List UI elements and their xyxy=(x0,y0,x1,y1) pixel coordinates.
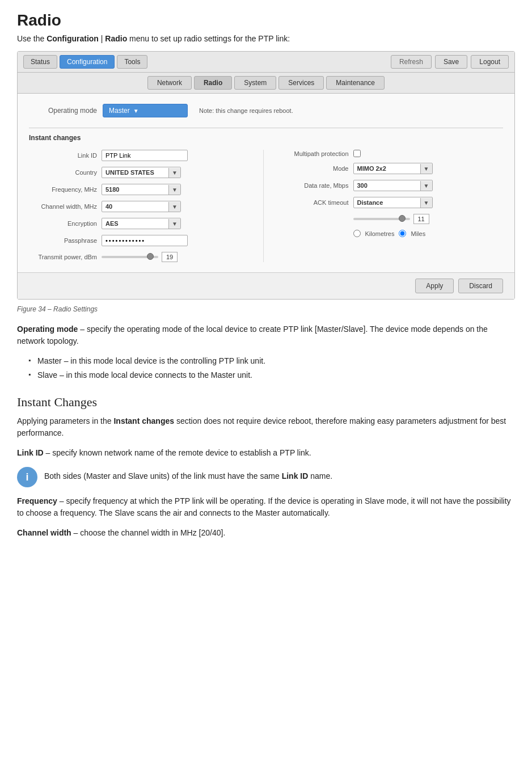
logout-button[interactable]: Logout xyxy=(471,55,509,69)
ack-timeout-value: Distance xyxy=(354,197,420,208)
ack-timeout-label: ACK timeout xyxy=(281,199,349,206)
tab-configuration[interactable]: Configuration xyxy=(60,55,115,69)
encryption-value: AES xyxy=(102,218,168,229)
link-id-description: Link ID – specify known network name of … xyxy=(17,447,515,459)
frequency-label: Frequency, MHz xyxy=(29,186,97,193)
encryption-row: Encryption AES ▼ xyxy=(29,218,252,229)
nav-bar: Network Radio System Services Maintenanc… xyxy=(18,73,514,94)
channel-width-row: Channel width, MHz 40 ▼ xyxy=(29,201,252,212)
country-select[interactable]: UNITED STATES ▼ xyxy=(102,167,181,178)
info-text-post: name. xyxy=(308,471,332,481)
data-rate-label: Data rate, Mbps xyxy=(281,182,349,189)
mode-label: Mode xyxy=(281,165,349,172)
ui-panel: Status Configuration Tools Refresh Save … xyxy=(17,51,515,300)
passphrase-row: Passphrase xyxy=(29,235,252,246)
mode-select[interactable]: MIMO 2x2 ▼ xyxy=(353,163,433,174)
discard-button[interactable]: Discard xyxy=(458,279,503,293)
distance-thumb-icon xyxy=(399,215,406,222)
country-value: UNITED STATES xyxy=(102,167,168,178)
mode-row: Mode MIMO 2x2 ▼ xyxy=(281,163,504,174)
info-text-pre: Both sides (Master and Slave units) of t… xyxy=(44,471,282,481)
link-id-label: Link ID xyxy=(29,152,97,159)
instant-changes-label: Instant changes xyxy=(29,128,503,142)
instant-changes-desc-bold: Instant changes xyxy=(113,416,174,425)
country-row: Country UNITED STATES ▼ xyxy=(29,167,252,178)
ack-timeout-select[interactable]: Distance ▼ xyxy=(353,197,433,208)
opmode-row: Operating mode Master ▼ Note: this chang… xyxy=(29,104,503,117)
nav-services[interactable]: Services xyxy=(278,76,324,90)
ack-timeout-arrow-icon: ▼ xyxy=(420,198,432,208)
channel-width-select[interactable]: 40 ▼ xyxy=(102,201,181,212)
action-bar: Apply Discard xyxy=(18,272,514,299)
top-bar: Status Configuration Tools Refresh Save … xyxy=(18,52,514,73)
apply-button[interactable]: Apply xyxy=(415,279,454,293)
link-id-desc-text: – specify known network name of the remo… xyxy=(44,448,311,457)
mode-arrow-icon: ▼ xyxy=(420,164,432,174)
passphrase-input[interactable] xyxy=(102,235,188,246)
channel-width-arrow-icon: ▼ xyxy=(168,202,180,212)
page-title: Radio xyxy=(17,11,515,30)
opmode-note: Note: this change requires reboot. xyxy=(199,107,293,114)
slider-thumb-icon xyxy=(147,253,154,260)
encryption-select[interactable]: AES ▼ xyxy=(102,218,181,229)
unit-miles-radio[interactable] xyxy=(399,230,406,237)
frequency-value: 5180 xyxy=(102,184,168,195)
units-row: Kilometres Miles xyxy=(281,230,504,237)
opmode-desc-text: – specify the operating mode of the loca… xyxy=(17,324,488,345)
transmit-power-slider[interactable] xyxy=(102,256,158,258)
opmode-value: Master xyxy=(109,107,130,115)
unit-miles-label: Miles xyxy=(411,230,425,237)
multipath-label: Multipath protection xyxy=(281,150,349,157)
instant-changes-desc-pre: Applying parameters in the xyxy=(17,416,113,425)
content-area: Operating mode Master ▼ Note: this chang… xyxy=(18,94,514,272)
form-columns: Link ID Country UNITED STATES ▼ Frequenc… xyxy=(29,150,503,262)
refresh-button[interactable]: Refresh xyxy=(391,55,432,69)
encryption-arrow-icon: ▼ xyxy=(168,219,180,229)
save-button[interactable]: Save xyxy=(435,55,467,69)
data-rate-value: 300 xyxy=(354,180,420,191)
instant-changes-description: Applying parameters in the Instant chang… xyxy=(17,415,515,439)
link-id-desc-title: Link ID xyxy=(17,448,44,457)
frequency-desc-title: Frequency xyxy=(17,496,57,505)
opmode-arrow-icon: ▼ xyxy=(133,108,139,114)
data-rate-arrow-icon: ▼ xyxy=(420,181,432,191)
frequency-select[interactable]: 5180 ▼ xyxy=(102,184,181,195)
transmit-power-row: Transmit power, dBm 19 xyxy=(29,252,252,262)
multipath-row: Multipath protection xyxy=(281,150,504,157)
bullet-slave: Slave – in this mode local device connec… xyxy=(28,369,515,381)
distance-slider-wrap: 11 xyxy=(353,214,429,224)
nav-system[interactable]: System xyxy=(234,76,276,90)
bullet-master: Master – in this mode local device is th… xyxy=(28,355,515,367)
channel-width-value: 40 xyxy=(102,201,168,212)
nav-radio[interactable]: Radio xyxy=(194,76,232,90)
data-rate-row: Data rate, Mbps 300 ▼ xyxy=(281,180,504,191)
top-bar-actions: Refresh Save Logout xyxy=(391,55,509,69)
channel-width-label: Channel width, MHz xyxy=(29,203,97,210)
figure-caption: Figure 34 – Radio Settings xyxy=(17,305,515,313)
ack-timeout-row: ACK timeout Distance ▼ xyxy=(281,197,504,208)
mode-value: MIMO 2x2 xyxy=(354,163,420,174)
channel-width-desc-title: Channel width xyxy=(17,528,71,537)
nav-network[interactable]: Network xyxy=(147,76,192,90)
passphrase-label: Passphrase xyxy=(29,237,97,244)
form-col-left: Link ID Country UNITED STATES ▼ Frequenc… xyxy=(29,150,264,262)
transmit-power-slider-wrap: 19 xyxy=(102,252,178,262)
unit-km-radio[interactable] xyxy=(353,230,361,237)
nav-maintenance[interactable]: Maintenance xyxy=(326,76,385,90)
info-icon: i xyxy=(17,467,37,487)
tab-status[interactable]: Status xyxy=(23,55,57,69)
country-arrow-icon: ▼ xyxy=(168,168,180,178)
opmode-select[interactable]: Master ▼ xyxy=(103,104,188,117)
distance-value: 11 xyxy=(413,214,429,224)
opmode-description: Operating mode – specify the operating m… xyxy=(17,323,515,347)
link-id-row: Link ID xyxy=(29,150,252,161)
frequency-description: Frequency – specify frequency at which t… xyxy=(17,495,515,519)
info-box: i Both sides (Master and Slave units) of… xyxy=(17,467,515,487)
data-rate-select[interactable]: 300 ▼ xyxy=(353,180,433,191)
link-id-input[interactable] xyxy=(102,150,188,161)
distance-slider[interactable] xyxy=(353,218,410,220)
channel-width-description: Channel width – choose the channel width… xyxy=(17,527,515,539)
multipath-checkbox[interactable] xyxy=(353,150,361,157)
tab-tools[interactable]: Tools xyxy=(117,55,147,69)
country-label: Country xyxy=(29,169,97,176)
